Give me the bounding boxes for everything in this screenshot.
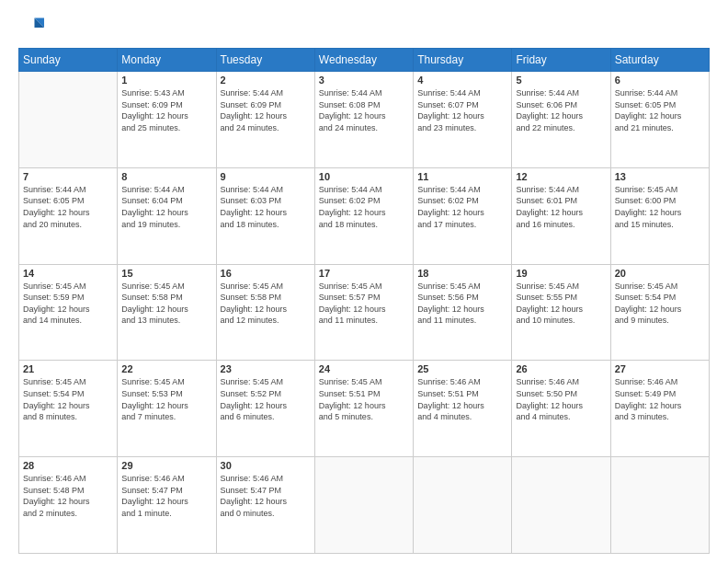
day-number: 6 [615, 75, 705, 86]
day-info: Sunrise: 5:45 AMSunset: 5:57 PMDaylight:… [319, 281, 409, 327]
calendar-cell: 16Sunrise: 5:45 AMSunset: 5:58 PMDayligh… [216, 264, 314, 361]
day-info: Sunrise: 5:43 AMSunset: 6:09 PMDaylight:… [121, 87, 211, 133]
day-header: Monday [118, 49, 216, 72]
day-number: 14 [23, 268, 113, 279]
calendar-cell: 6Sunrise: 5:44 AMSunset: 6:05 PMDaylight… [610, 72, 709, 168]
day-number: 18 [417, 268, 507, 279]
day-info: Sunrise: 5:44 AMSunset: 6:07 PMDaylight:… [417, 87, 507, 133]
day-number: 11 [417, 171, 507, 182]
day-info: Sunrise: 5:44 AMSunset: 6:05 PMDaylight:… [615, 87, 705, 133]
calendar-cell: 14Sunrise: 5:45 AMSunset: 5:59 PMDayligh… [19, 264, 118, 361]
day-info: Sunrise: 5:46 AMSunset: 5:48 PMDaylight:… [23, 473, 113, 519]
calendar-cell: 27Sunrise: 5:46 AMSunset: 5:49 PMDayligh… [610, 361, 709, 457]
day-number: 1 [121, 75, 211, 86]
calendar-cell [314, 457, 413, 554]
calendar-cell: 9Sunrise: 5:44 AMSunset: 6:03 PMDaylight… [216, 167, 314, 264]
calendar-cell: 4Sunrise: 5:44 AMSunset: 6:07 PMDaylight… [414, 72, 512, 168]
day-number: 19 [516, 268, 606, 279]
calendar-cell [512, 457, 610, 554]
day-info: Sunrise: 5:44 AMSunset: 6:09 PMDaylight:… [221, 87, 311, 133]
day-info: Sunrise: 5:45 AMSunset: 5:54 PMDaylight:… [23, 376, 113, 422]
day-number: 3 [319, 75, 409, 86]
day-number: 26 [516, 363, 606, 374]
day-number: 8 [121, 171, 211, 182]
calendar-cell: 17Sunrise: 5:45 AMSunset: 5:57 PMDayligh… [314, 264, 413, 361]
calendar-cell: 2Sunrise: 5:44 AMSunset: 6:09 PMDaylight… [216, 72, 314, 168]
calendar-cell: 18Sunrise: 5:45 AMSunset: 5:56 PMDayligh… [414, 264, 512, 361]
calendar-cell: 20Sunrise: 5:45 AMSunset: 5:54 PMDayligh… [610, 264, 709, 361]
day-header: Saturday [610, 49, 709, 72]
day-info: Sunrise: 5:46 AMSunset: 5:47 PMDaylight:… [221, 473, 311, 519]
day-info: Sunrise: 5:44 AMSunset: 6:06 PMDaylight:… [516, 87, 606, 133]
calendar-cell: 23Sunrise: 5:45 AMSunset: 5:52 PMDayligh… [216, 361, 314, 457]
day-number: 2 [221, 75, 311, 86]
calendar-cell: 10Sunrise: 5:44 AMSunset: 6:02 PMDayligh… [314, 167, 413, 264]
calendar-cell [19, 72, 118, 168]
calendar-week-row: 14Sunrise: 5:45 AMSunset: 5:59 PMDayligh… [19, 264, 710, 361]
calendar-cell: 15Sunrise: 5:45 AMSunset: 5:58 PMDayligh… [118, 264, 216, 361]
day-info: Sunrise: 5:44 AMSunset: 6:04 PMDaylight:… [121, 184, 211, 230]
day-number: 20 [615, 268, 705, 279]
day-info: Sunrise: 5:45 AMSunset: 5:56 PMDaylight:… [417, 281, 507, 327]
calendar-cell: 29Sunrise: 5:46 AMSunset: 5:47 PMDayligh… [118, 457, 216, 554]
day-number: 21 [23, 363, 113, 374]
calendar-cell: 25Sunrise: 5:46 AMSunset: 5:51 PMDayligh… [414, 361, 512, 457]
day-header: Wednesday [314, 49, 413, 72]
day-number: 7 [23, 171, 113, 182]
calendar-header-row: SundayMondayTuesdayWednesdayThursdayFrid… [19, 49, 710, 72]
day-number: 13 [615, 171, 705, 182]
day-number: 12 [516, 171, 606, 182]
page: SundayMondayTuesdayWednesdayThursdayFrid… [0, 0, 728, 563]
calendar-cell: 1Sunrise: 5:43 AMSunset: 6:09 PMDaylight… [118, 72, 216, 168]
calendar-cell: 13Sunrise: 5:45 AMSunset: 6:00 PMDayligh… [610, 167, 709, 264]
day-number: 27 [615, 363, 705, 374]
day-number: 24 [319, 363, 409, 374]
calendar-week-row: 21Sunrise: 5:45 AMSunset: 5:54 PMDayligh… [19, 361, 710, 457]
calendar-cell [610, 457, 709, 554]
day-info: Sunrise: 5:45 AMSunset: 5:59 PMDaylight:… [23, 281, 113, 327]
day-info: Sunrise: 5:44 AMSunset: 6:01 PMDaylight:… [516, 184, 606, 230]
logo [18, 15, 48, 40]
day-number: 10 [319, 171, 409, 182]
calendar-cell: 5Sunrise: 5:44 AMSunset: 6:06 PMDaylight… [512, 72, 610, 168]
calendar-cell: 12Sunrise: 5:44 AMSunset: 6:01 PMDayligh… [512, 167, 610, 264]
day-number: 5 [516, 75, 606, 86]
day-number: 25 [417, 363, 507, 374]
calendar-cell: 8Sunrise: 5:44 AMSunset: 6:04 PMDaylight… [118, 167, 216, 264]
day-info: Sunrise: 5:45 AMSunset: 5:52 PMDaylight:… [221, 376, 311, 422]
calendar-cell: 19Sunrise: 5:45 AMSunset: 5:55 PMDayligh… [512, 264, 610, 361]
day-header: Thursday [414, 49, 512, 72]
calendar-cell: 3Sunrise: 5:44 AMSunset: 6:08 PMDaylight… [314, 72, 413, 168]
day-info: Sunrise: 5:44 AMSunset: 6:02 PMDaylight:… [319, 184, 409, 230]
calendar-cell: 7Sunrise: 5:44 AMSunset: 6:05 PMDaylight… [19, 167, 118, 264]
calendar-cell: 28Sunrise: 5:46 AMSunset: 5:48 PMDayligh… [19, 457, 118, 554]
calendar-cell: 21Sunrise: 5:45 AMSunset: 5:54 PMDayligh… [19, 361, 118, 457]
day-number: 4 [417, 75, 507, 86]
day-info: Sunrise: 5:44 AMSunset: 6:02 PMDaylight:… [417, 184, 507, 230]
calendar-cell: 11Sunrise: 5:44 AMSunset: 6:02 PMDayligh… [414, 167, 512, 264]
day-number: 22 [121, 363, 211, 374]
day-header: Tuesday [216, 49, 314, 72]
calendar-week-row: 1Sunrise: 5:43 AMSunset: 6:09 PMDaylight… [19, 72, 710, 168]
calendar-cell: 22Sunrise: 5:45 AMSunset: 5:53 PMDayligh… [118, 361, 216, 457]
calendar-cell: 26Sunrise: 5:46 AMSunset: 5:50 PMDayligh… [512, 361, 610, 457]
day-number: 29 [121, 460, 211, 471]
calendar-cell: 24Sunrise: 5:45 AMSunset: 5:51 PMDayligh… [314, 361, 413, 457]
day-number: 17 [319, 268, 409, 279]
day-info: Sunrise: 5:44 AMSunset: 6:03 PMDaylight:… [221, 184, 311, 230]
day-info: Sunrise: 5:46 AMSunset: 5:49 PMDaylight:… [615, 376, 705, 422]
day-number: 15 [121, 268, 211, 279]
calendar-week-row: 28Sunrise: 5:46 AMSunset: 5:48 PMDayligh… [19, 457, 710, 554]
day-number: 28 [23, 460, 113, 471]
day-number: 16 [221, 268, 311, 279]
day-info: Sunrise: 5:45 AMSunset: 5:58 PMDaylight:… [221, 281, 311, 327]
calendar-week-row: 7Sunrise: 5:44 AMSunset: 6:05 PMDaylight… [19, 167, 710, 264]
logo-icon [18, 15, 44, 40]
day-info: Sunrise: 5:45 AMSunset: 5:58 PMDaylight:… [121, 281, 211, 327]
day-info: Sunrise: 5:44 AMSunset: 6:05 PMDaylight:… [23, 184, 113, 230]
day-info: Sunrise: 5:45 AMSunset: 5:53 PMDaylight:… [121, 376, 211, 422]
day-info: Sunrise: 5:46 AMSunset: 5:51 PMDaylight:… [417, 376, 507, 422]
day-header: Friday [512, 49, 610, 72]
day-info: Sunrise: 5:45 AMSunset: 5:54 PMDaylight:… [615, 281, 705, 327]
day-info: Sunrise: 5:45 AMSunset: 5:51 PMDaylight:… [319, 376, 409, 422]
